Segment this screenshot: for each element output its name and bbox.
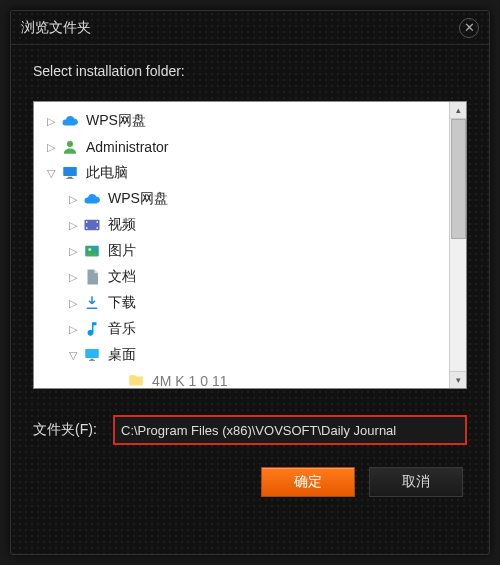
- tree-label: 图片: [108, 242, 136, 260]
- tree-label: 音乐: [108, 320, 136, 338]
- folder-icon: [126, 371, 146, 388]
- svg-point-10: [88, 248, 91, 251]
- chevron-right-icon[interactable]: ▷: [64, 271, 82, 284]
- cancel-label: 取消: [402, 473, 430, 491]
- tree-node-videos[interactable]: ▷ 视频: [42, 212, 466, 238]
- svg-rect-7: [97, 221, 99, 223]
- chevron-right-icon[interactable]: ▷: [64, 323, 82, 336]
- scroll-up-button[interactable]: ▴: [450, 102, 466, 119]
- tree-node-truncated[interactable]: ▷ 4M K 1 0 11: [42, 368, 466, 388]
- svg-rect-11: [85, 349, 99, 358]
- folder-tree-container: ▷ WPS网盘 ▷ Administrator ▽: [33, 101, 467, 389]
- ok-button[interactable]: 确定: [261, 467, 355, 497]
- tree-node-admin[interactable]: ▷ Administrator: [42, 134, 466, 160]
- tree-label: WPS网盘: [108, 190, 168, 208]
- svg-rect-13: [89, 360, 95, 361]
- video-icon: [82, 215, 102, 235]
- tree-label: 下载: [108, 294, 136, 312]
- path-label: 文件夹(F):: [33, 421, 103, 439]
- tree-label: 文档: [108, 268, 136, 286]
- downloads-icon: [82, 293, 102, 313]
- chevron-right-icon[interactable]: ▷: [42, 115, 60, 128]
- tree-label: 此电脑: [86, 164, 128, 182]
- cancel-button[interactable]: 取消: [369, 467, 463, 497]
- prompt-text: Select installation folder:: [33, 63, 467, 79]
- svg-rect-3: [66, 178, 74, 179]
- svg-rect-5: [86, 221, 88, 223]
- path-row: 文件夹(F): C:\Program Files (x86)\VOVSOFT\D…: [33, 415, 467, 445]
- tree-label: Administrator: [86, 139, 168, 155]
- tree-node-desktop[interactable]: ▽ 桌面: [42, 342, 466, 368]
- user-icon: [60, 137, 80, 157]
- tree-node-music[interactable]: ▷ 音乐: [42, 316, 466, 342]
- cloud-icon: [60, 111, 80, 131]
- cloud-icon: [82, 189, 102, 209]
- browse-folder-dialog: 浏览文件夹 ✕ Select installation folder: ▷ WP…: [10, 10, 490, 555]
- dialog-title: 浏览文件夹: [21, 19, 91, 37]
- scrollbar[interactable]: ▴ ▾: [449, 102, 466, 388]
- svg-rect-1: [63, 167, 77, 176]
- close-icon: ✕: [464, 21, 475, 34]
- svg-rect-2: [68, 177, 73, 179]
- folder-tree[interactable]: ▷ WPS网盘 ▷ Administrator ▽: [34, 102, 466, 388]
- chevron-down-icon[interactable]: ▽: [42, 167, 60, 180]
- tree-label: 视频: [108, 216, 136, 234]
- chevron-right-icon[interactable]: ▷: [64, 245, 82, 258]
- tree-node-documents[interactable]: ▷ 文档: [42, 264, 466, 290]
- chevron-right-icon[interactable]: ▷: [42, 141, 60, 154]
- dialog-body: Select installation folder: ▷ WPS网盘 ▷ Ad…: [11, 45, 489, 554]
- tree-node-wps-root[interactable]: ▷ WPS网盘: [42, 108, 466, 134]
- scroll-down-button[interactable]: ▾: [450, 371, 466, 388]
- path-input[interactable]: C:\Program Files (x86)\VOVSOFT\Daily Jou…: [113, 415, 467, 445]
- desktop-icon: [82, 345, 102, 365]
- path-value: C:\Program Files (x86)\VOVSOFT\Daily Jou…: [121, 423, 396, 438]
- tree-label: 4M K 1 0 11: [152, 373, 228, 388]
- chevron-right-icon[interactable]: ▷: [64, 219, 82, 232]
- music-icon: [82, 319, 102, 339]
- tree-label: 桌面: [108, 346, 136, 364]
- close-button[interactable]: ✕: [459, 18, 479, 38]
- svg-rect-12: [91, 359, 94, 361]
- svg-rect-8: [97, 227, 99, 229]
- tree-node-pictures[interactable]: ▷ 图片: [42, 238, 466, 264]
- scroll-thumb[interactable]: [451, 119, 466, 239]
- tree-node-this-pc[interactable]: ▽ 此电脑: [42, 160, 466, 186]
- computer-icon: [60, 163, 80, 183]
- tree-node-wps-child[interactable]: ▷ WPS网盘: [42, 186, 466, 212]
- chevron-right-icon[interactable]: ▷: [64, 193, 82, 206]
- svg-point-0: [67, 141, 73, 147]
- tree-node-downloads[interactable]: ▷ 下载: [42, 290, 466, 316]
- documents-icon: [82, 267, 102, 287]
- chevron-down-icon[interactable]: ▽: [64, 349, 82, 362]
- button-row: 确定 取消: [33, 467, 467, 497]
- tree-label: WPS网盘: [86, 112, 146, 130]
- chevron-right-icon[interactable]: ▷: [64, 297, 82, 310]
- titlebar[interactable]: 浏览文件夹 ✕: [11, 11, 489, 45]
- ok-label: 确定: [294, 473, 322, 491]
- svg-rect-6: [86, 227, 88, 229]
- pictures-icon: [82, 241, 102, 261]
